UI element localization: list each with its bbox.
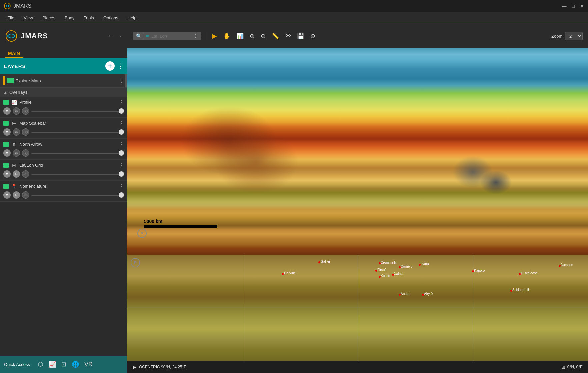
qa-globe-icon[interactable]: 🌐 bbox=[72, 361, 79, 368]
scalebar-3q-badge[interactable]: 3Q bbox=[22, 128, 29, 136]
north-arrow-opacity-slider[interactable] bbox=[31, 153, 124, 154]
search-box: 🔍 ⊕ ⋮ bbox=[133, 32, 201, 40]
profile-tool-button[interactable]: 📊 bbox=[235, 31, 245, 41]
minimize-button[interactable]: — bbox=[562, 3, 567, 9]
nom-airy0: Airy-0 bbox=[424, 292, 433, 296]
profile-label: Profile bbox=[19, 100, 117, 105]
cursor-tool-button[interactable]: ▶ bbox=[211, 31, 218, 41]
qa-cube-icon[interactable]: ⬡ bbox=[38, 361, 43, 368]
jmars-logo-area: JMARS bbox=[5, 30, 107, 42]
latlon-visibility-toggle[interactable] bbox=[3, 163, 9, 168]
layers-menu-button[interactable]: ⋮ bbox=[117, 62, 123, 70]
crosshair-button[interactable]: ⊕ bbox=[309, 31, 317, 41]
toolbar-separator-1 bbox=[206, 32, 206, 40]
titlebar-left: JMARS bbox=[4, 3, 31, 9]
profile-m-badge[interactable]: M bbox=[3, 107, 11, 115]
qa-layers-icon[interactable]: ⊡ bbox=[61, 361, 66, 368]
nom-dot-izanal bbox=[419, 264, 421, 266]
search-options-button[interactable]: ⋮ bbox=[193, 33, 198, 39]
map-view[interactable]: 5000 km M P Galilei Da Vin bbox=[127, 48, 588, 361]
scalebar-menu[interactable]: ⋮ bbox=[119, 120, 124, 126]
nomenclature-menu[interactable]: ⋮ bbox=[119, 183, 124, 189]
menu-view[interactable]: View bbox=[19, 14, 38, 22]
ruler-button[interactable]: 📏 bbox=[270, 31, 280, 41]
scalebar-m-badge[interactable]: M bbox=[3, 128, 11, 136]
menu-options[interactable]: Options bbox=[99, 14, 123, 22]
menu-places[interactable]: Places bbox=[38, 14, 60, 22]
qa-chart-icon[interactable]: 📈 bbox=[49, 361, 56, 368]
nav-arrows: ← → bbox=[107, 33, 122, 40]
zoom-in-button[interactable]: ⊕ bbox=[248, 31, 256, 41]
explore-mars-vis-icon[interactable] bbox=[7, 78, 14, 83]
eye-button[interactable]: 👁 bbox=[284, 31, 292, 41]
overlays-section-header[interactable]: ▲ Overlays bbox=[0, 88, 127, 97]
north-arrow-3q-badge[interactable]: 3Q bbox=[22, 149, 29, 157]
layer-north-arrow: ⬆ North Arrow ⋮ M ⊘ 3Q bbox=[0, 139, 127, 160]
latlon-menu[interactable]: ⋮ bbox=[119, 162, 124, 168]
zoom-out-button[interactable]: ⊖ bbox=[259, 31, 267, 41]
maximize-button[interactable]: □ bbox=[572, 3, 575, 9]
close-button[interactable]: ✕ bbox=[580, 3, 584, 9]
layer-latlon-grid: ⊞ Lat/Lon Grid ⋮ M P 3D bbox=[0, 160, 127, 181]
menu-body[interactable]: Body bbox=[60, 14, 79, 22]
save-button[interactable]: 💾 bbox=[296, 31, 306, 41]
latlon-3d-badge[interactable]: 3D bbox=[22, 170, 29, 178]
nom-dot-firsoft bbox=[375, 270, 377, 272]
latlon-p-badge[interactable]: P bbox=[13, 170, 20, 178]
back-button[interactable]: ← bbox=[107, 33, 113, 40]
nomenclature-icon: 📍 bbox=[11, 184, 17, 189]
m-badge[interactable]: M bbox=[137, 229, 147, 238]
north-arrow-r-badge[interactable]: ⊘ bbox=[13, 149, 20, 157]
nomenclature-p-badge[interactable]: P bbox=[13, 191, 20, 199]
profile-menu[interactable]: ⋮ bbox=[119, 99, 124, 105]
north-arrow-m-badge[interactable]: M bbox=[3, 149, 11, 157]
p-badge[interactable]: P bbox=[131, 258, 140, 267]
status-mode: OCENTRIC 90°N, 24.25°E bbox=[139, 365, 186, 369]
nomenclature-opacity-slider[interactable] bbox=[31, 195, 124, 196]
nom-kaporo: Kaporo bbox=[474, 269, 485, 272]
scalebar-label: Map Scalebar bbox=[19, 121, 117, 126]
grid-status-coords: 0°N, 0°E bbox=[567, 365, 583, 369]
north-arrow-menu[interactable]: ⋮ bbox=[119, 141, 124, 147]
layers-title: LAYERS bbox=[4, 63, 103, 69]
profile-opacity-slider[interactable] bbox=[31, 111, 124, 112]
profile-3q-badge[interactable]: 3Q bbox=[22, 107, 29, 115]
nomenclature-visibility-toggle[interactable] bbox=[3, 184, 9, 189]
north-arrow-visibility-toggle[interactable] bbox=[3, 142, 9, 147]
search-input[interactable] bbox=[151, 34, 191, 39]
profile-visibility-toggle[interactable] bbox=[3, 100, 9, 105]
forward-button[interactable]: → bbox=[116, 33, 122, 40]
scalebar-r-badge[interactable]: ⊘ bbox=[13, 128, 20, 136]
latlon-label: Lat/Lon Grid bbox=[19, 163, 117, 168]
nom-dot-kotido bbox=[379, 276, 381, 278]
add-layer-button[interactable]: + bbox=[105, 61, 115, 71]
nom-dot-kaporo bbox=[472, 270, 474, 272]
nomenclature-label: Nomenclature bbox=[19, 184, 117, 189]
scalebar-opacity-slider[interactable] bbox=[31, 132, 124, 133]
tab-main[interactable]: MAIN bbox=[5, 49, 23, 58]
qa-vr-icon[interactable]: VR bbox=[84, 361, 93, 368]
status-right: ⊞ 0°N, 0°E bbox=[561, 364, 583, 370]
location-icon: ⊕ bbox=[146, 34, 149, 38]
menu-help[interactable]: Help bbox=[123, 14, 141, 22]
scale-bar: 5000 km bbox=[144, 219, 217, 228]
menu-file[interactable]: File bbox=[3, 14, 19, 22]
scalebar-visibility-toggle[interactable] bbox=[3, 121, 9, 126]
nom-andar: Andar bbox=[401, 292, 410, 296]
layer-main-latlon: ⊞ Lat/Lon Grid ⋮ bbox=[0, 160, 127, 170]
grid-v2 bbox=[358, 255, 358, 361]
nom-dot-airy0 bbox=[422, 294, 424, 296]
nomenclature-m-badge[interactable]: M bbox=[3, 191, 11, 199]
overlays-section-title: Overlays bbox=[9, 90, 28, 95]
menu-tools[interactable]: Tools bbox=[79, 14, 99, 22]
explore-mars-menu[interactable]: ⋮ bbox=[119, 78, 124, 84]
pan-tool-button[interactable]: ✋ bbox=[222, 31, 232, 41]
nomenclature-3d-badge[interactable]: 3D bbox=[22, 191, 29, 199]
latlon-opacity-slider[interactable] bbox=[31, 174, 124, 175]
scroll-indicator bbox=[125, 74, 127, 87]
layers-list: Explore Mars ⋮ ▲ Overlays 📈 Profile ⋮ M bbox=[0, 74, 127, 356]
zoom-select[interactable]: 24816 bbox=[565, 32, 583, 40]
profile-r-badge[interactable]: ⊘ bbox=[13, 107, 20, 115]
latlon-m-badge[interactable]: M bbox=[3, 170, 11, 178]
svg-point-0 bbox=[4, 3, 10, 9]
